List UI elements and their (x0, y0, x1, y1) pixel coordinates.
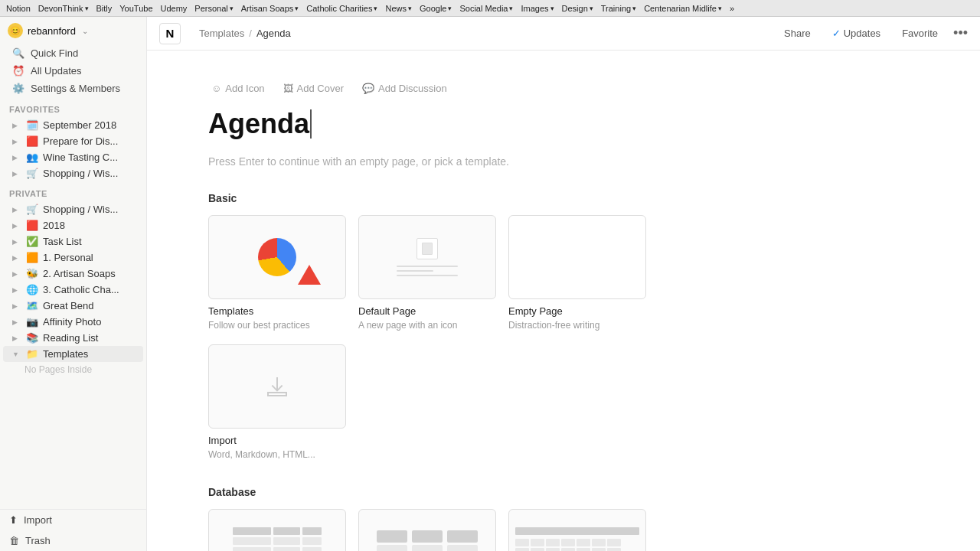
check-icon: ✓ (832, 28, 841, 39)
breadcrumb: Templates / Agenda (187, 28, 291, 39)
page-actions: ☺ Add Icon 🖼 Add Cover 💬 Add Discussion (208, 81, 775, 96)
sidebar-item-september-2018[interactable]: ▶ 🗓️ September 2018 (3, 117, 143, 133)
chevron-right-icon: ▶ (12, 238, 21, 246)
sidebar-item-all-updates[interactable]: ⏰ All Updates (3, 62, 143, 80)
browser-app-devonthink[interactable]: DevonThink ▾ (38, 4, 89, 13)
template-title-default: Default Page (358, 305, 496, 317)
sidebar-item-reading-list[interactable]: ▶ 📚 Reading List (3, 330, 143, 346)
sidebar-item-artisan-soaps[interactable]: ▶ 🐝 2. Artisan Soaps (3, 266, 143, 282)
shopping-fav-label: Shopping / Wis... (43, 168, 137, 179)
artisan-soaps-label: 2. Artisan Soaps (43, 268, 137, 279)
basic-section-title: Basic (208, 192, 775, 204)
template-card-default-page[interactable]: Default Page A new page with an icon (358, 215, 496, 332)
chevron-right-icon: ▶ (12, 302, 21, 310)
sidebar-item-affinity-photo[interactable]: ▶ 📷 Affinity Photo (3, 314, 143, 330)
browser-app-catholic-charities[interactable]: Catholic Charities ▾ (306, 4, 377, 13)
bee-icon: 🐝 (26, 268, 38, 279)
sidebar-item-catholic[interactable]: ▶ 🌐 3. Catholic Cha... (3, 282, 143, 298)
avatar: 😊 (8, 23, 23, 38)
browser-app-udemy[interactable]: Udemy (161, 4, 188, 13)
browser-app-images[interactable]: Images ▾ (521, 4, 554, 13)
browser-app-notion[interactable]: Notion (6, 4, 31, 13)
great-bend-label: Great Bend (43, 300, 137, 311)
share-button[interactable]: Share (778, 24, 817, 42)
sidebar-item-prepare[interactable]: ▶ 🟥 Prepare for Dis... (3, 133, 143, 149)
chevron-down-icon: ▼ (12, 350, 21, 358)
favorite-label: Favorite (902, 28, 938, 39)
browser-app-centenarian[interactable]: Centenarian Midlife ▾ (644, 4, 722, 13)
cart-icon: 🛒 (26, 168, 38, 179)
template-card-empty-page[interactable]: Empty Page Distraction-free writing (508, 215, 646, 332)
template-card-table[interactable]: Table – Full Page Database with a table (208, 509, 346, 551)
sidebar-user-caret: ⌄ (82, 27, 88, 35)
template-card-board[interactable]: Board – Full Page Database with a kanban (358, 509, 496, 551)
search-icon: 🔍 (12, 47, 24, 59)
template-thumbnail-calendar (508, 509, 646, 551)
sidebar-item-wine-tasting[interactable]: ▶ 👥 Wine Tasting C... (3, 149, 143, 165)
breadcrumb-parent[interactable]: Templates (199, 28, 244, 39)
add-discussion-button[interactable]: 💬 Add Discussion (359, 81, 450, 96)
browser-app-design[interactable]: Design ▾ (562, 4, 593, 13)
sidebar-bottom: ⬆ Import 🗑 Trash (0, 509, 146, 551)
cart-icon: 🛒 (26, 204, 38, 215)
favorite-button[interactable]: Favorite (896, 24, 944, 42)
chevron-right-icon: ▶ (12, 170, 21, 178)
browser-app-social-media[interactable]: Social Media ▾ (459, 4, 513, 13)
add-cover-button[interactable]: 🖼 Add Cover (280, 81, 347, 96)
template-thumbnail-import (208, 344, 346, 429)
sidebar-item-shopping-fav[interactable]: ▶ 🛒 Shopping / Wis... (3, 165, 143, 181)
browser-app-artisan-soaps[interactable]: Artisan Soaps ▾ (241, 4, 299, 13)
updates-label: Updates (844, 28, 880, 39)
sidebar-item-shopping-private[interactable]: ▶ 🛒 Shopping / Wis... (3, 201, 143, 217)
sidebar-item-settings[interactable]: ⚙️ Settings & Members (3, 80, 143, 97)
browser-app-personal[interactable]: Personal ▾ (194, 4, 233, 13)
page-title[interactable]: Agenda (208, 108, 775, 140)
more-options-button[interactable]: ••• (953, 25, 968, 41)
chevron-right-icon: ▶ (12, 206, 21, 214)
sidebar-item-quick-find[interactable]: 🔍 Quick Find (3, 44, 143, 62)
template-thumbnail-table (208, 509, 346, 551)
notion-topbar: N Templates / Agenda Share ✓ Updates Fav… (147, 17, 980, 51)
browser-app-training[interactable]: Training ▾ (601, 4, 636, 13)
main-content: N Templates / Agenda Share ✓ Updates Fav… (147, 17, 980, 551)
template-thumbnail-templates (208, 215, 346, 299)
template-card-calendar[interactable]: Calendar – Full Page Database with a cal… (508, 509, 646, 551)
breadcrumb-separator: / (249, 28, 252, 39)
browser-app-google[interactable]: Google ▾ (420, 4, 452, 13)
sidebar-item-task-list[interactable]: ▶ ✅ Task List (3, 233, 143, 249)
chevron-right-icon: ▶ (12, 286, 21, 294)
browser-app-youtube[interactable]: YouTube (119, 4, 152, 13)
browser-app-bitly[interactable]: Bitly (96, 4, 113, 13)
sidebar-username: rebannford (28, 25, 76, 37)
sidebar-import-button[interactable]: ⬆ Import (0, 510, 146, 530)
import-label: Import (24, 514, 52, 526)
sidebar-item-templates[interactable]: ▼ 📁 Templates (3, 346, 143, 362)
breadcrumb-current: Agenda (256, 28, 291, 39)
no-pages-label: No Pages Inside (24, 364, 137, 375)
sidebar-item-personal[interactable]: ▶ 🟧 1. Personal (3, 249, 143, 266)
sidebar-user-header[interactable]: 😊 rebannford ⌄ (0, 17, 146, 44)
add-icon-button[interactable]: ☺ Add Icon (208, 81, 268, 96)
template-card-templates[interactable]: Templates Follow our best practices (208, 215, 346, 332)
chevron-right-icon: ▶ (12, 254, 21, 262)
september-2018-label: September 2018 (43, 119, 137, 131)
page-subtitle: Press Enter to continue with an empty pa… (208, 155, 775, 168)
personal-label: 1. Personal (43, 252, 137, 263)
settings-label: Settings & Members (31, 83, 120, 94)
sidebar-item-great-bend[interactable]: ▶ 🗺️ Great Bend (3, 298, 143, 314)
gear-icon: ⚙️ (12, 83, 24, 94)
template-card-import[interactable]: Import Word, Markdown, HTML... (208, 344, 346, 461)
updates-button[interactable]: ✓ Updates (826, 24, 887, 42)
browser-bar: Notion DevonThink ▾ Bitly YouTube Udemy … (0, 0, 980, 17)
sidebar-item-2018[interactable]: ▶ 🟥 2018 (3, 217, 143, 233)
reading-list-label: Reading List (43, 332, 137, 344)
private-section-label: PRIVATE (0, 181, 146, 201)
chevron-right-icon: ▶ (12, 154, 21, 161)
browser-more-icon[interactable]: » (730, 4, 734, 13)
quick-find-label: Quick Find (31, 47, 78, 59)
browser-app-news[interactable]: News ▾ (385, 4, 412, 13)
import-icon: ⬆ (9, 514, 18, 526)
comment-icon: 💬 (362, 83, 374, 94)
basic-template-grid: Templates Follow our best practices (208, 215, 775, 461)
sidebar-trash-button[interactable]: 🗑 Trash (0, 530, 146, 551)
